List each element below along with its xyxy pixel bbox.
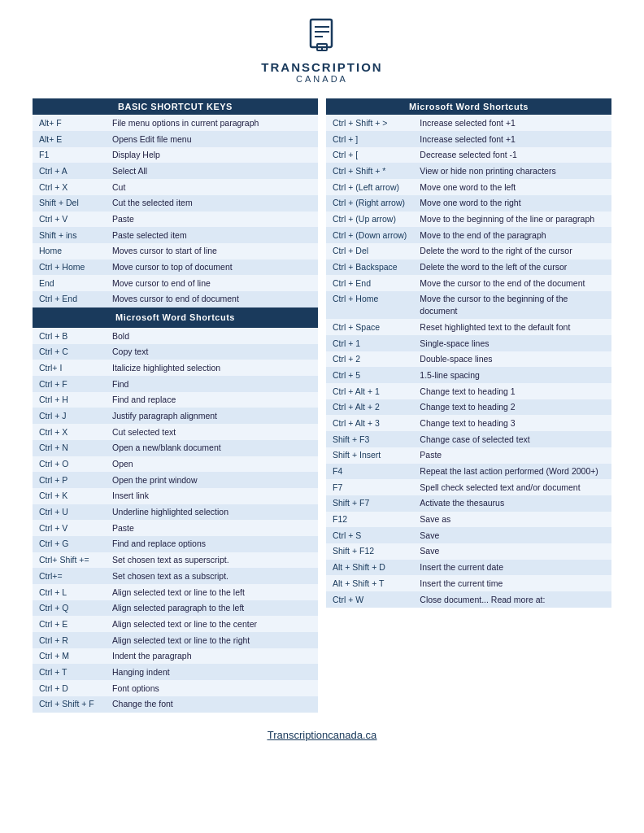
- shortcut-key: Ctrl + T: [33, 664, 106, 680]
- shortcut-key: F4: [326, 464, 413, 480]
- shortcut-desc: Save: [413, 527, 611, 543]
- shortcut-desc: Increase selected font +1: [413, 131, 611, 147]
- table-row: Ctrl + Shift + *View or hide non printin…: [326, 163, 611, 179]
- left-column: BASIC SHORTCUT KEYS Alt+ FFile menu opti…: [33, 98, 318, 713]
- right-column: Microsoft Word Shortcuts Ctrl + Shift + …: [326, 98, 611, 608]
- logo-title: TRANSCRIPTION: [261, 60, 382, 74]
- shortcut-key: Ctrl + V: [33, 212, 106, 228]
- shortcut-desc: Move to the end of the paragraph: [413, 227, 611, 243]
- shortcut-key: Ctrl + C: [33, 344, 106, 360]
- shortcut-key: Ctrl + F: [33, 376, 106, 392]
- shortcut-key: F7: [326, 479, 413, 495]
- shortcut-key: Ctrl + ]: [326, 131, 413, 147]
- shortcut-desc: Open: [106, 456, 318, 473]
- table-row: Ctrl + KInsert link: [33, 488, 318, 504]
- shortcut-key: Ctrl+ Shift +=: [33, 552, 106, 569]
- shortcut-desc: Paste: [413, 447, 611, 464]
- shortcut-key: Ctrl + Alt + 1: [326, 383, 413, 399]
- table-row: Ctrl + POpen the print window: [33, 472, 318, 488]
- table-row: Ctrl + Alt + 3Change text to heading 3: [326, 415, 611, 431]
- table-row: Alt + Shift + TInsert the current time: [326, 575, 611, 591]
- shortcut-key: Shift + F7: [326, 495, 413, 512]
- table-row: Ctrl + CCopy text: [33, 344, 318, 360]
- table-row: Ctrl+ Shift +=Set chosen text as supersc…: [33, 552, 318, 569]
- shortcut-key: Ctrl + A: [33, 163, 106, 179]
- shortcut-desc: Set chosen text as a subscript.: [106, 568, 318, 584]
- ms-word-shortcuts-table: Microsoft Word Shortcuts Ctrl + Shift + …: [326, 98, 611, 608]
- shortcut-desc: Move to the beginning of the line or par…: [413, 212, 611, 228]
- shortcut-desc: Paste: [106, 212, 318, 228]
- shortcut-key: Alt + Shift + T: [326, 575, 413, 591]
- table-row: Ctrl + JJustify paragraph alignment: [33, 408, 318, 424]
- table-row: Ctrl + VPaste: [33, 212, 318, 228]
- table-row: Ctrl + GFind and replace options: [33, 536, 318, 552]
- shortcut-key: Ctrl + X: [33, 424, 106, 440]
- shortcut-key: Alt + Shift + D: [326, 560, 413, 576]
- shortcut-key: Ctrl + K: [33, 488, 106, 504]
- shortcut-key: Ctrl + Alt + 3: [326, 415, 413, 431]
- shortcut-key: Ctrl+=: [33, 568, 106, 584]
- shortcut-key: Ctrl + 1: [326, 335, 413, 351]
- shortcut-desc: Spell check selected text and/or documen…: [413, 479, 611, 495]
- shortcut-desc: Activate the thesaurus: [413, 495, 611, 512]
- table-row: Ctrl + DFont options: [33, 680, 318, 696]
- table-row: Shift + F3Change case of selected text: [326, 431, 611, 447]
- shortcut-desc: Moves cursor to start of line: [106, 243, 318, 259]
- table-row: Ctrl + HomeMove cursor to top of documen…: [33, 259, 318, 276]
- shortcut-key: F12: [326, 512, 413, 528]
- shortcut-key: Ctrl + (Up arrow): [326, 212, 413, 228]
- shortcut-desc: Move cursor to top of document: [106, 259, 318, 276]
- table-row: Shift + F7Activate the thesaurus: [326, 495, 611, 512]
- table-row: Ctrl + SpaceReset highlighted text to th…: [326, 319, 611, 335]
- table-row: Ctrl + OOpen: [33, 456, 318, 473]
- table-row: Ctrl + VPaste: [33, 520, 318, 536]
- shortcut-key: Ctrl + W: [326, 591, 413, 608]
- shortcut-key: Ctrl + Home: [326, 291, 413, 319]
- table-row: Ctrl + ]Increase selected font +1: [326, 131, 611, 147]
- logo-subtitle: CANADA: [296, 74, 348, 84]
- shortcut-desc: Change text to heading 2: [413, 399, 611, 416]
- shortcut-desc: Save: [413, 543, 611, 560]
- footer-link[interactable]: Transcriptioncanada.ca: [268, 729, 377, 741]
- table-row: Ctrl + 2Double-space lines: [326, 351, 611, 368]
- shortcut-desc: Move cursor to end of line: [106, 275, 318, 291]
- shortcut-key: Ctrl + End: [326, 275, 413, 291]
- shortcut-desc: Insert link: [106, 488, 318, 504]
- shortcut-key: Ctrl + (Right arrow): [326, 195, 413, 212]
- shortcut-desc: Delete the word to the right of the curs…: [413, 243, 611, 259]
- shortcut-key: Ctrl + Q: [33, 600, 106, 617]
- shortcut-key: Ctrl + N: [33, 440, 106, 456]
- shortcut-desc: Cut: [106, 179, 318, 195]
- table-row: F12Save as: [326, 512, 611, 528]
- logo-section: TRANSCRIPTION CANADA: [33, 16, 611, 84]
- shortcut-desc: Save as: [413, 512, 611, 528]
- shortcut-desc: Find: [106, 376, 318, 392]
- shortcut-desc: Font options: [106, 680, 318, 696]
- shortcut-key: Ctrl + J: [33, 408, 106, 424]
- shortcut-key: Ctrl + End: [33, 291, 106, 307]
- shortcut-desc: Align selected text or line to the left: [106, 584, 318, 600]
- shortcut-key: Ctrl + (Left arrow): [326, 179, 413, 195]
- shortcut-desc: Change text to heading 1: [413, 383, 611, 399]
- shortcut-desc: Align selected paragraph to the left: [106, 600, 318, 617]
- table-row: Ctrl + NOpen a new/blank document: [33, 440, 318, 456]
- shortcut-key: Ctrl + Backspace: [326, 259, 413, 276]
- shortcut-desc: Align selected text or line to the cente…: [106, 616, 318, 632]
- shortcut-desc: Move one word to the left: [413, 179, 611, 195]
- shortcut-key: Ctrl + X: [33, 179, 106, 195]
- shortcut-key: Ctrl + M: [33, 648, 106, 665]
- shortcut-desc: Close document... Read more at:: [413, 591, 611, 608]
- table-row: Ctrl + EndMoves cursor to end of documen…: [33, 291, 318, 307]
- shortcut-desc: Cut selected text: [106, 424, 318, 440]
- footer[interactable]: Transcriptioncanada.ca: [33, 729, 611, 741]
- shortcut-desc: Single-space lines: [413, 335, 611, 351]
- main-content: BASIC SHORTCUT KEYS Alt+ FFile menu opti…: [33, 98, 611, 713]
- table-row: Alt + Shift + DInsert the current date: [326, 560, 611, 576]
- shortcut-desc: Change the font: [106, 696, 318, 713]
- table-row: Ctrl + THanging indent: [33, 664, 318, 680]
- document-icon: [302, 16, 342, 55]
- shortcut-desc: Change case of selected text: [413, 431, 611, 447]
- shortcut-desc: Select All: [106, 163, 318, 179]
- table-row: EndMove cursor to end of line: [33, 275, 318, 291]
- shortcut-desc: Move one word to the right: [413, 195, 611, 212]
